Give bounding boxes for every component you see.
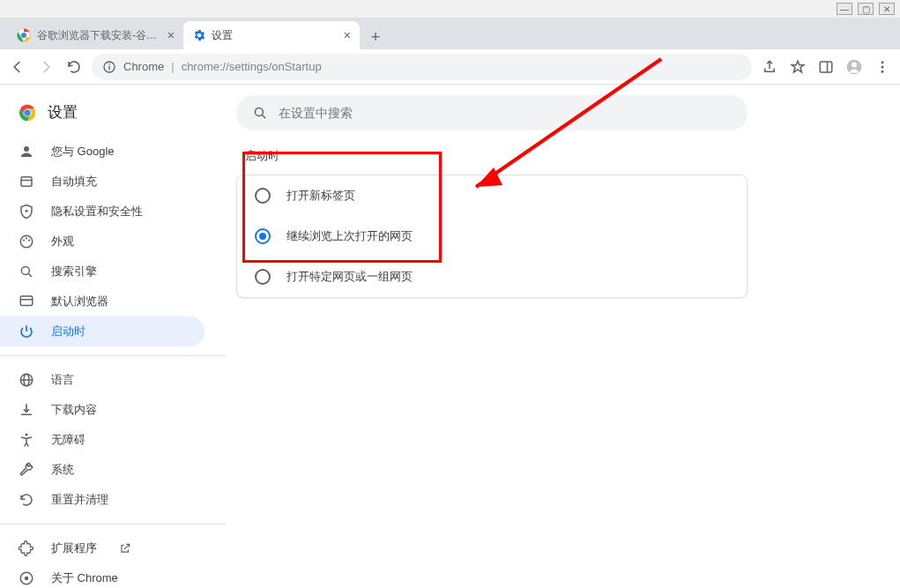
- svg-point-20: [23, 239, 25, 241]
- browser-tab-1[interactable]: 设置 ×: [183, 21, 360, 49]
- svg-point-22: [28, 239, 30, 241]
- back-button[interactable]: [7, 56, 28, 78]
- radio-button[interactable]: [255, 188, 271, 204]
- profile-icon[interactable]: [844, 56, 865, 78]
- download-icon: [18, 401, 35, 419]
- sidebar-item-wrench[interactable]: 系统: [0, 455, 205, 485]
- settings-page: 设置 您与 Google自动填充隐私设置和安全性外观搜索引擎默认浏览器启动时 语…: [0, 85, 900, 588]
- option-label: 打开新标签页: [286, 188, 355, 204]
- bookmark-icon[interactable]: [787, 56, 808, 78]
- sidebar-item-power[interactable]: 启动时: [0, 316, 205, 346]
- side-panel-icon[interactable]: [815, 56, 837, 78]
- svg-line-34: [262, 115, 265, 118]
- close-tab-icon[interactable]: ×: [344, 28, 351, 42]
- sidebar-item-reset[interactable]: 重置并清理: [0, 485, 205, 515]
- svg-point-33: [255, 108, 263, 115]
- forward-button[interactable]: [35, 56, 56, 78]
- sidebar-item-search[interactable]: 搜索引擎: [0, 257, 205, 287]
- sidebar-item-label: 无障碍: [51, 432, 86, 448]
- sidebar-item-label: 搜索引擎: [51, 264, 97, 279]
- sidebar-header: 设置: [0, 95, 226, 137]
- option-label: 打开特定网页或一组网页: [286, 269, 413, 285]
- new-tab-button[interactable]: +: [363, 25, 388, 49]
- sidebar-item-browser[interactable]: 默认浏览器: [0, 287, 205, 316]
- section-title: 启动时: [245, 148, 865, 164]
- power-icon: [18, 323, 35, 340]
- startup-options-card: 打开新标签页继续浏览上次打开的网页打开特定网页或一组网页: [236, 175, 748, 298]
- url-path: chrome://settings/onStartup: [182, 60, 322, 73]
- extension-icon: [18, 540, 35, 557]
- svg-point-1: [21, 33, 26, 38]
- radio-button[interactable]: [255, 269, 271, 285]
- sidebar-item-globe[interactable]: 语言: [0, 365, 205, 395]
- share-icon[interactable]: [759, 56, 780, 78]
- minimize-button[interactable]: —: [837, 3, 852, 15]
- browser-tab-0[interactable]: 谷歌浏览器下载安装-谷歌浏览器 ×: [7, 21, 183, 49]
- svg-point-21: [26, 237, 27, 239]
- svg-point-30: [26, 434, 28, 436]
- browser-icon: [18, 293, 35, 310]
- svg-rect-16: [21, 177, 32, 187]
- reload-button[interactable]: [63, 56, 85, 78]
- url-origin: Chrome: [123, 60, 164, 73]
- sidebar-item-label: 扩展程序: [51, 540, 97, 556]
- svg-point-10: [881, 65, 884, 68]
- site-info-icon[interactable]: [102, 60, 116, 74]
- settings-search[interactable]: [236, 95, 748, 130]
- chrome-logo-icon: [18, 103, 37, 123]
- sidebar-item-label: 外观: [51, 234, 74, 249]
- startup-option-2[interactable]: 打开特定网页或一组网页: [237, 257, 747, 297]
- svg-point-23: [21, 266, 29, 274]
- svg-rect-4: [108, 63, 109, 64]
- settings-favicon-icon: [192, 28, 206, 42]
- sidebar-item-palette[interactable]: 外观: [0, 227, 205, 257]
- sidebar-item-label: 关于 Chrome: [51, 570, 118, 586]
- address-bar[interactable]: Chrome | chrome://settings/onStartup: [92, 54, 752, 80]
- sidebar-item-label: 系统: [51, 462, 74, 478]
- search-icon: [18, 263, 35, 280]
- startup-option-1[interactable]: 继续浏览上次打开的网页: [237, 216, 747, 257]
- browser-toolbar: Chrome | chrome://settings/onStartup: [0, 49, 900, 85]
- svg-rect-3: [108, 65, 109, 70]
- maximize-button[interactable]: ▢: [858, 3, 874, 15]
- window-titlebar: — ▢ ✕: [0, 0, 900, 18]
- svg-point-18: [26, 210, 28, 212]
- palette-icon: [18, 233, 35, 250]
- menu-icon[interactable]: [872, 56, 893, 78]
- sidebar-item-shield[interactable]: 隐私设置和安全性: [0, 197, 205, 227]
- autofill-icon: [18, 173, 35, 190]
- sidebar-item-download[interactable]: 下载内容: [0, 395, 205, 425]
- svg-rect-25: [20, 296, 33, 306]
- nav-divider: [0, 524, 226, 525]
- close-tab-icon[interactable]: ×: [167, 28, 175, 42]
- search-icon: [252, 105, 268, 121]
- sidebar-item-label: 下载内容: [51, 402, 97, 418]
- sidebar-item-extension[interactable]: 扩展程序: [0, 533, 205, 563]
- close-window-button[interactable]: ✕: [879, 3, 895, 15]
- sidebar-item-person[interactable]: 您与 Google: [0, 137, 205, 167]
- nav-divider: [0, 355, 226, 356]
- svg-point-32: [25, 577, 29, 581]
- sidebar-item-autofill[interactable]: 自动填充: [0, 167, 205, 197]
- svg-point-9: [881, 61, 884, 63]
- search-input[interactable]: [279, 106, 732, 120]
- startup-option-0[interactable]: 打开新标签页: [237, 175, 747, 216]
- svg-rect-5: [820, 62, 832, 72]
- tab-title: 谷歌浏览器下载安装-谷歌浏览器: [37, 28, 162, 43]
- page-title: 设置: [48, 102, 78, 123]
- reset-icon: [18, 491, 35, 509]
- option-label: 继续浏览上次打开的网页: [286, 228, 413, 244]
- chrome-favicon-icon: [16, 27, 32, 43]
- svg-point-11: [881, 70, 884, 72]
- tab-strip: 谷歌浏览器下载安装-谷歌浏览器 × 设置 × +: [0, 18, 900, 49]
- radio-button[interactable]: [255, 228, 271, 244]
- sidebar-item-about[interactable]: 关于 Chrome: [0, 563, 205, 588]
- svg-line-24: [28, 273, 32, 277]
- sidebar-item-accessibility[interactable]: 无障碍: [0, 425, 205, 455]
- settings-sidebar: 设置 您与 Google自动填充隐私设置和安全性外观搜索引擎默认浏览器启动时 语…: [0, 85, 226, 588]
- sidebar-item-label: 启动时: [51, 324, 86, 339]
- sidebar-item-label: 重置并清理: [51, 492, 108, 508]
- about-icon: [18, 569, 35, 587]
- accessibility-icon: [18, 431, 35, 449]
- sidebar-item-label: 默认浏览器: [51, 294, 108, 309]
